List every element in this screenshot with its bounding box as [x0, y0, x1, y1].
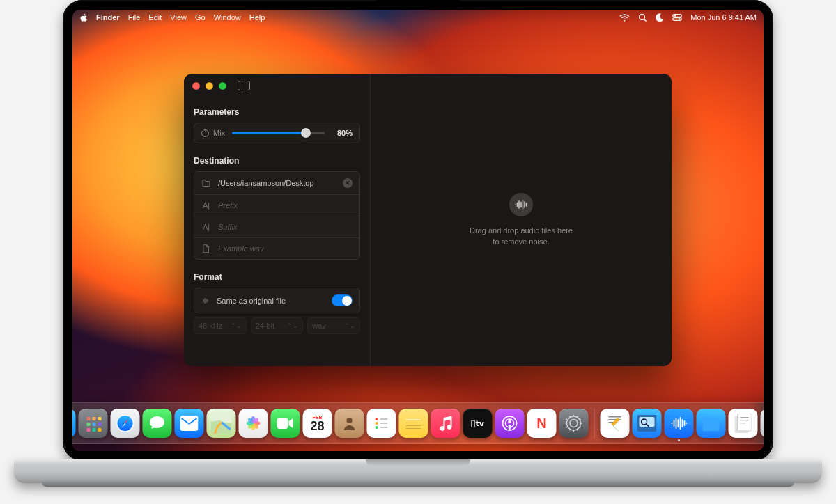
mix-row: Mix 80%: [194, 123, 360, 143]
menu-window[interactable]: Window: [214, 13, 241, 22]
dock-app-notes[interactable]: [399, 409, 428, 438]
prefix-placeholder: Prefix: [218, 201, 238, 210]
sample-rate-select[interactable]: 48 kHz⌃⌄: [194, 317, 247, 334]
section-parameters: Parameters Mix 80%: [184, 97, 370, 146]
toggle-sidebar-icon[interactable]: [238, 81, 250, 90]
dock-app-news[interactable]: N: [527, 409, 557, 438]
drop-zone[interactable]: Drag and drop audio files here to remove…: [371, 74, 672, 366]
menu-file[interactable]: File: [128, 13, 141, 22]
dock-separator: [594, 408, 595, 439]
svg-rect-2: [673, 15, 682, 17]
dial-icon: [201, 129, 209, 137]
dock-app-downloads[interactable]: [697, 409, 726, 438]
suffix-field[interactable]: A| Suffix: [194, 216, 359, 237]
dock-app-photos[interactable]: [239, 409, 268, 438]
dock-app-launchpad[interactable]: [79, 409, 108, 438]
chevron-updown-icon: ⌃⌄: [231, 322, 242, 329]
laptop-base: [14, 459, 822, 483]
mix-slider[interactable]: [232, 129, 325, 136]
svg-line-57: [578, 416, 578, 418]
section-format: Format Same as original file 48 kHz⌃⌄ 24…: [184, 262, 370, 337]
menu-go[interactable]: Go: [195, 13, 206, 22]
document-icon: [201, 244, 211, 253]
menu-help[interactable]: Help: [249, 13, 265, 22]
svg-point-4: [674, 15, 676, 16]
destination-path-field[interactable]: /Users/iansampson/Desktop ✕: [194, 172, 359, 194]
dock-app-documents[interactable]: [729, 409, 758, 438]
spotlight-icon[interactable]: [638, 13, 647, 22]
folder-icon: [201, 180, 211, 187]
prefix-field[interactable]: A| Prefix: [194, 194, 359, 216]
section-title-parameters: Parameters: [194, 107, 360, 117]
same-as-original-toggle[interactable]: [332, 294, 353, 306]
apple-menu-icon[interactable]: [79, 13, 88, 22]
example-filename: Example.wav: [218, 244, 263, 253]
dock-app-calendar[interactable]: FEB28: [303, 409, 332, 438]
dock-app-textedit[interactable]: [601, 409, 630, 438]
wifi-icon[interactable]: [619, 14, 630, 22]
svg-line-52: [566, 427, 568, 427]
dock-app-tv[interactable]: tv: [463, 409, 493, 438]
control-center-icon[interactable]: [672, 14, 682, 21]
svg-point-36: [376, 426, 378, 429]
dock-app-maps[interactable]: [207, 409, 236, 438]
example-filename-field: Example.wav: [194, 237, 359, 259]
svg-rect-69: [741, 420, 749, 420]
traffic-light-zoom[interactable]: [219, 82, 226, 90]
destination-path-value: /Users/iansampson/Desktop: [218, 179, 314, 187]
svg-rect-38: [406, 419, 421, 420]
svg-rect-67: [738, 414, 752, 431]
svg-point-1: [640, 14, 645, 19]
svg-line-54: [566, 419, 568, 420]
svg-line-49: [578, 430, 578, 431]
svg-rect-3: [673, 18, 682, 21]
dock-app-settings[interactable]: [559, 409, 589, 438]
dock-app-podcasts[interactable]: [495, 409, 525, 438]
dock-app-safari[interactable]: [111, 409, 140, 438]
text-suffix-icon: A|: [201, 223, 211, 231]
dock-app-finder[interactable]: [72, 409, 76, 438]
svg-point-34: [376, 422, 378, 425]
same-as-original-label: Same as original file: [217, 297, 286, 305]
bit-depth-select[interactable]: 24-bit⌃⌄: [251, 317, 304, 334]
display-notch: [376, 0, 460, 10]
svg-point-5: [679, 18, 680, 19]
dock-app-preview[interactable]: [633, 409, 662, 438]
svg-rect-10: [93, 417, 96, 420]
dock-app-contacts[interactable]: [335, 409, 364, 438]
dock-app-facetime[interactable]: [271, 409, 300, 438]
traffic-light-minimize[interactable]: [206, 82, 213, 90]
dock-app-hush[interactable]: [665, 409, 694, 438]
svg-point-0: [624, 19, 626, 21]
same-as-original-row: Same as original file: [194, 288, 360, 313]
svg-rect-68: [741, 417, 749, 418]
svg-rect-40: [406, 425, 421, 426]
svg-rect-16: [93, 428, 96, 432]
dock-app-music[interactable]: [431, 409, 460, 438]
clear-destination-icon[interactable]: ✕: [343, 178, 353, 188]
menubar-clock[interactable]: Mon Jun 6 9:41 AM: [690, 13, 757, 22]
titlebar[interactable]: [184, 74, 370, 97]
suffix-placeholder: Suffix: [218, 223, 238, 231]
menu-edit[interactable]: Edit: [148, 13, 162, 22]
dock-app-reminders[interactable]: [367, 409, 396, 438]
svg-point-32: [376, 418, 378, 420]
svg-rect-35: [380, 423, 388, 424]
app-window: Parameters Mix 80%: [184, 74, 672, 366]
menubar-app-name[interactable]: Finder: [96, 13, 120, 22]
svg-rect-37: [380, 427, 388, 428]
svg-rect-39: [406, 423, 421, 423]
dock-app-messages[interactable]: [143, 409, 172, 438]
svg-rect-13: [93, 423, 96, 426]
mix-value: 80%: [332, 129, 353, 137]
svg-rect-70: [741, 423, 746, 423]
traffic-light-close[interactable]: [192, 82, 200, 90]
do-not-disturb-icon[interactable]: [656, 13, 664, 22]
container-select[interactable]: wav⌃⌄: [307, 317, 360, 334]
svg-line-58: [580, 419, 581, 420]
laptop-foot-shadow: [42, 482, 794, 487]
menu-view[interactable]: View: [170, 13, 187, 22]
dock-app-trash[interactable]: [761, 409, 764, 438]
dock-app-mail[interactable]: [175, 409, 204, 438]
svg-rect-12: [87, 423, 91, 426]
